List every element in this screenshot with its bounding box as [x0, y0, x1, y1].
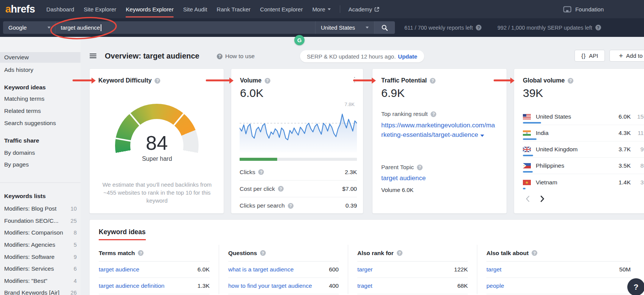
list-count: 25: [71, 218, 77, 224]
annotation-arrow-global-volume: [494, 79, 511, 81]
flag-united-kingdom-icon: [523, 147, 531, 152]
question-icon[interactable]: [265, 78, 270, 84]
sidebar-item-by-domains[interactable]: By domains: [0, 148, 80, 158]
top-ranking-url[interactable]: https://www.marketingevolution.com/marke…: [381, 121, 497, 140]
grammarly-badge[interactable]: G: [294, 35, 305, 45]
help-fab-button[interactable]: [627, 278, 644, 295]
sidebar-item-list[interactable]: Modifiers: Agencies5: [0, 239, 80, 250]
nav-content-explorer[interactable]: Content Explorer: [260, 0, 303, 18]
sidebar-item-list[interactable]: Modifiers: Services6: [0, 263, 80, 274]
nav-academy[interactable]: Academy: [349, 0, 380, 18]
country-row: Philippines 3.5K 8%: [523, 158, 644, 174]
question-icon[interactable]: [417, 165, 423, 170]
sidebar-item-matching-terms[interactable]: Matching terms: [0, 94, 80, 104]
country-select[interactable]: United States: [315, 21, 374, 34]
chevron-down-icon: [366, 27, 369, 29]
keyword-link[interactable]: traget: [357, 282, 373, 289]
country-row: India 4.3K 11%: [523, 125, 644, 141]
question-icon[interactable]: [430, 78, 436, 84]
keyword-link[interactable]: target audience definition: [99, 282, 164, 289]
sidebar-item-list[interactable]: Modifiers: Comparison8: [0, 227, 80, 238]
workspace-name[interactable]: Foundation: [575, 6, 604, 13]
sidebar-item-list[interactable]: Brand Keywords [Air]26: [0, 287, 80, 295]
sidebar-item-overview[interactable]: Overview: [0, 52, 80, 63]
sidebar-item-list[interactable]: Modifiers: "Best"4: [0, 276, 80, 286]
question-icon[interactable]: [397, 250, 402, 256]
table-row: what is a target audience600: [228, 262, 339, 278]
sidebar-item-search-suggestions[interactable]: Search suggestions: [0, 118, 80, 128]
volume-progress-track: [240, 158, 357, 161]
list-count: 10: [71, 206, 77, 212]
question-icon[interactable]: [260, 250, 266, 256]
country-row: Vietnam 1.4K 3%: [523, 174, 644, 190]
volume-value: 6.0K: [240, 87, 264, 100]
logo-a: a: [5, 3, 11, 15]
global-volume-title: Global volume: [523, 77, 573, 84]
collapse-sidebar-icon[interactable]: [90, 54, 96, 59]
keyword-link[interactable]: target audience: [99, 266, 139, 273]
volume-card-title: Volume: [240, 77, 270, 84]
sidebar-item-ads-history[interactable]: Ads history: [0, 65, 80, 75]
ahrefs-logo[interactable]: ahrefs: [5, 3, 35, 15]
add-to-button[interactable]: Add to: [609, 50, 644, 62]
keyword-difficulty-card: Keyword Difficulty 84 Super hard We esti…: [89, 68, 224, 214]
sidebar-item-list[interactable]: Modifiers: Blog Post10: [0, 203, 80, 214]
question-icon[interactable]: [258, 169, 264, 175]
question-icon[interactable]: [138, 250, 144, 256]
global-volume-value: 39K: [523, 87, 543, 100]
volume-progress-fill: [240, 158, 277, 161]
update-link[interactable]: Update: [398, 53, 417, 60]
list-count: 5: [74, 242, 77, 248]
nav-keywords-explorer[interactable]: Keywords Explorer: [126, 0, 174, 18]
parent-topic-volume: Volume 6.0K: [381, 187, 414, 193]
search-engine-select[interactable]: Google: [3, 21, 55, 34]
flag-philippines-icon: [523, 163, 531, 168]
chevron-right-icon[interactable]: [540, 195, 545, 202]
question-icon[interactable]: [288, 203, 294, 209]
how-to-use[interactable]: How to use: [217, 53, 255, 60]
column-also-talk-about: Also talk about target50M people2: [477, 245, 644, 294]
sidebar-item-list[interactable]: Modifiers: Software9: [0, 252, 80, 262]
nav-site-audit[interactable]: Site Audit: [183, 0, 207, 18]
volume-metrics: Clicks 2.3K Cost per click $7.00 Clicks …: [240, 164, 357, 214]
question-icon[interactable]: [278, 186, 284, 192]
metric-row-clicks: Clicks 2.3K: [240, 164, 357, 181]
sidebar-item-list[interactable]: Foundation SEO/C...25: [0, 216, 80, 226]
api-button[interactable]: API: [575, 50, 605, 62]
tab-keyword-ideas[interactable]: Keyword ideas: [99, 228, 146, 240]
question-icon[interactable]: [431, 111, 436, 117]
nav-rank-tracker[interactable]: Rank Tracker: [217, 0, 251, 18]
annotation-arrow-keyword-difficulty: [73, 79, 92, 81]
table-row: traget68K: [357, 278, 468, 294]
serp-updates-text: 992 / 1,000 monthly SERP updates left: [497, 25, 592, 31]
question-icon[interactable]: [155, 78, 160, 84]
keyword-link[interactable]: what is a target audience: [228, 266, 294, 273]
question-icon[interactable]: [568, 78, 573, 84]
keyword-link[interactable]: target: [486, 266, 502, 273]
metric-row-cpc: Cost per click $7.00: [240, 181, 357, 197]
keyword-link[interactable]: targer: [357, 266, 373, 273]
search-button[interactable]: [374, 21, 395, 34]
help-icon[interactable]: [595, 25, 601, 30]
nav-dashboard[interactable]: Dashboard: [46, 0, 74, 18]
chevron-down-icon[interactable]: [480, 135, 484, 137]
question-icon[interactable]: [532, 250, 537, 256]
sidebar-item-related-terms[interactable]: Related terms: [0, 106, 80, 116]
parent-topic-link[interactable]: target audience: [381, 174, 426, 182]
keyword-link[interactable]: people: [486, 282, 504, 289]
keyword-link[interactable]: how to find your target audience: [228, 282, 312, 289]
top-nav: ahrefs Dashboard Site Explorer Keywords …: [0, 0, 644, 18]
update-status-text: SERP & KD updated 12 hours ago.: [307, 53, 396, 60]
search-icon: [381, 24, 388, 31]
nav-more[interactable]: More: [312, 0, 330, 18]
help-icon[interactable]: [476, 25, 481, 30]
table-row: target audience6.0K: [99, 262, 210, 278]
global-volume-card: Global volume 39K United States 6.0K 15%…: [514, 68, 644, 214]
chevron-left-icon[interactable]: [526, 195, 530, 202]
how-to-use-label: How to use: [225, 53, 255, 60]
table-row: people2: [486, 278, 631, 294]
serp-updates-quota: 992 / 1,000 monthly SERP updates left: [497, 18, 601, 37]
nav-site-explorer[interactable]: Site Explorer: [84, 0, 116, 18]
sidebar-item-by-pages[interactable]: By pages: [0, 159, 80, 170]
column-also-rank-for: Also rank for targer122K traget68K: [348, 245, 477, 294]
